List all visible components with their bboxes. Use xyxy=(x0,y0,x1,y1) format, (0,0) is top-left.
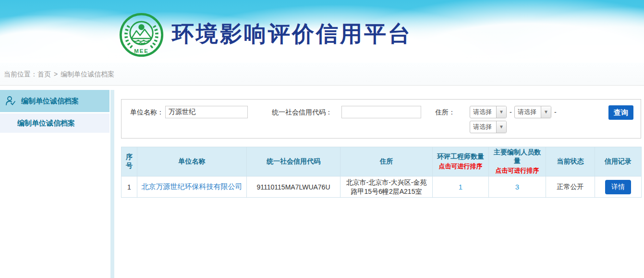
sidebar-divider xyxy=(110,90,114,278)
city-select-value: 请选择 xyxy=(515,106,541,118)
breadcrumb-home-link[interactable]: 首页 xyxy=(37,70,51,78)
breadcrumb-current: 编制单位诚信档案 xyxy=(61,70,114,78)
mee-logo-text: MEE xyxy=(134,48,148,54)
user-check-icon xyxy=(5,95,16,107)
credit-code-input[interactable] xyxy=(341,106,421,118)
results-table: 序号 单位名称 统一社会信用代码 住所 环评工程师数量 点击可进行排序 主要编制… xyxy=(121,147,642,198)
sidebar: 编制单位诚信档案 编制单位诚信档案 xyxy=(0,90,109,133)
engineer-count-link[interactable]: 1 xyxy=(459,183,462,191)
header-staff-count-label: 主要编制人员数量 xyxy=(491,148,544,165)
district-select-value: 请选择 xyxy=(470,121,496,133)
header-credit-code: 统一社会信用代码 xyxy=(247,147,340,177)
search-panel: 单位名称： 统一社会信用代码： 住所： 请选择 ▼ - 请选择 ▼ - 请选择 … xyxy=(121,99,641,139)
header-engineer-count-label: 环评工程师数量 xyxy=(435,152,486,161)
staff-sort-hint: 点击可进行排序 xyxy=(491,166,544,175)
header-credit-record: 信用记录 xyxy=(595,147,642,177)
header-staff-count-sort[interactable]: 主要编制人员数量 点击可进行排序 xyxy=(489,147,546,177)
header-status: 当前状态 xyxy=(546,147,595,177)
header-address: 住所 xyxy=(340,147,433,177)
engineer-sort-hint: 点击可进行排序 xyxy=(435,162,486,171)
detail-button[interactable]: 详情 xyxy=(605,180,631,194)
table-row: 1 北京万源世纪环保科技有限公司 91110115MA7LWUA76U 北京市-… xyxy=(122,177,642,198)
address-dash-1: - xyxy=(510,106,512,118)
address-dash-2: - xyxy=(554,106,557,118)
company-name-input[interactable] xyxy=(165,106,248,118)
table-header-row: 序号 单位名称 统一社会信用代码 住所 环评工程师数量 点击可进行排序 主要编制… xyxy=(122,147,642,177)
cell-credit-code: 91110115MA7LWUA76U xyxy=(247,177,340,198)
main-content: 单位名称： 统一社会信用代码： 住所： 请选择 ▼ - 请选择 ▼ - 请选择 … xyxy=(121,99,641,198)
chevron-down-icon: ▼ xyxy=(496,121,506,133)
sidebar-item-credit-archive[interactable]: 编制单位诚信档案 xyxy=(0,114,109,133)
header-company-name: 单位名称 xyxy=(137,147,247,177)
company-name-link[interactable]: 北京万源世纪环保科技有限公司 xyxy=(142,182,243,190)
mee-logo: MEE xyxy=(119,12,164,58)
cell-index: 1 xyxy=(122,177,137,198)
address-label: 住所： xyxy=(435,106,455,118)
header-engineer-count-sort[interactable]: 环评工程师数量 点击可进行排序 xyxy=(433,147,489,177)
sidebar-group-credit-archive[interactable]: 编制单位诚信档案 xyxy=(0,90,109,112)
address-district-select[interactable]: 请选择 ▼ xyxy=(470,121,507,133)
cell-address: 北京市-北京市-大兴区-金苑路甲15号6幢2层A215室 xyxy=(340,177,433,198)
company-name-label: 单位名称： xyxy=(130,106,164,118)
staff-count-link[interactable]: 3 xyxy=(515,183,519,191)
chevron-down-icon: ▼ xyxy=(496,106,506,118)
page-title: 环境影响评价信用平台 xyxy=(172,19,412,49)
cell-status: 正常公开 xyxy=(546,177,595,198)
breadcrumb-prefix: 当前位置： xyxy=(4,70,37,78)
page: MEE 环境影响评价信用平台 当前位置：首页>编制单位诚信档案 编制单位诚信档案… xyxy=(0,0,644,278)
address-city-select[interactable]: 请选择 ▼ xyxy=(514,106,551,118)
province-select-value: 请选择 xyxy=(470,106,496,118)
chevron-down-icon: ▼ xyxy=(541,106,551,118)
breadcrumb-separator: > xyxy=(54,70,58,78)
credit-code-label: 统一社会信用代码： xyxy=(272,106,332,118)
query-button[interactable]: 查询 xyxy=(608,105,633,120)
breadcrumb: 当前位置：首页>编制单位诚信档案 xyxy=(0,63,644,86)
header-index: 序号 xyxy=(122,147,137,177)
site-banner: MEE 环境影响评价信用平台 xyxy=(0,0,644,63)
address-province-select[interactable]: 请选择 ▼ xyxy=(470,106,507,118)
sidebar-group-label: 编制单位诚信档案 xyxy=(21,97,79,106)
